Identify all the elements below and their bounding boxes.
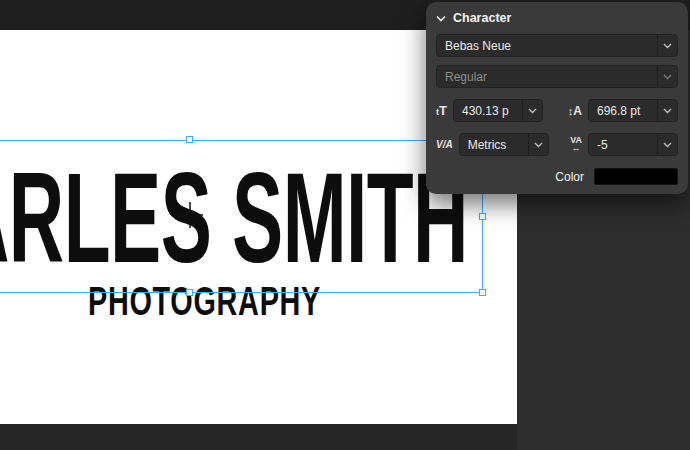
text-color-swatch[interactable] <box>594 168 678 185</box>
leading-icon: ↕A <box>568 105 582 117</box>
chevron-down-icon <box>436 15 446 22</box>
tracking-icon: VA ↔ <box>570 136 582 153</box>
text-selection-bounding-box[interactable] <box>0 140 483 293</box>
character-panel-header[interactable]: Character <box>436 10 678 26</box>
color-label: Color <box>555 170 584 184</box>
font-style-value: Regular <box>437 70 657 84</box>
chevron-down-icon <box>522 100 542 121</box>
tracking-value: -5 <box>589 138 657 152</box>
panel-title: Character <box>453 11 511 25</box>
font-size-value: 430.13 p <box>454 104 522 118</box>
chevron-down-icon <box>528 134 548 155</box>
font-size-dropdown[interactable]: 430.13 p <box>453 99 543 122</box>
character-panel: Character Bebas Neue Regular tT 430.13 p <box>426 2 688 194</box>
font-size-icon: tT <box>436 104 447 117</box>
chevron-down-icon <box>657 66 677 87</box>
font-family-dropdown[interactable]: Bebas Neue <box>436 34 678 57</box>
selection-handle-bottom-right[interactable] <box>479 289 486 296</box>
font-family-value: Bebas Neue <box>437 39 657 53</box>
selection-handle-middle-right[interactable] <box>479 213 486 220</box>
selection-handle-top-middle[interactable] <box>186 136 193 143</box>
move-crosshair-cursor-icon <box>176 201 204 229</box>
workspace-pasteboard-bottom <box>0 424 517 450</box>
kerning-icon: V/A <box>436 140 453 150</box>
chevron-down-icon <box>657 134 677 155</box>
chevron-down-icon <box>657 35 677 56</box>
kerning-value: Metrics <box>460 138 528 152</box>
leading-dropdown[interactable]: 696.8 pt <box>588 99 678 122</box>
leading-value: 696.8 pt <box>589 104 657 118</box>
selection-handle-bottom-middle[interactable] <box>186 289 193 296</box>
kerning-dropdown[interactable]: Metrics <box>459 133 549 156</box>
font-style-dropdown[interactable]: Regular <box>436 65 678 88</box>
tracking-dropdown[interactable]: -5 <box>588 133 678 156</box>
chevron-down-icon <box>657 100 677 121</box>
